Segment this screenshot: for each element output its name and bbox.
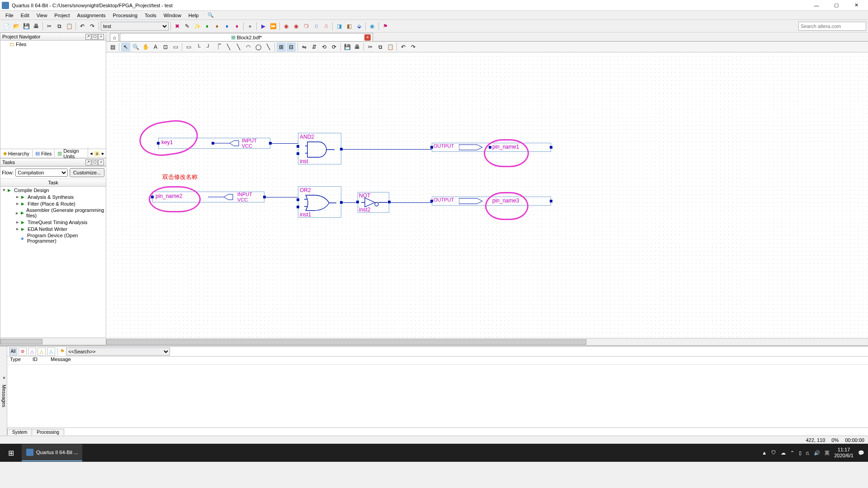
menu-edit[interactable]: Edit <box>17 12 33 19</box>
pane-close-icon[interactable]: × <box>98 34 104 40</box>
flow-select[interactable]: Compilation <box>15 169 68 177</box>
filter-error-icon[interactable]: ⊘ <box>19 347 27 356</box>
pane-undock-icon[interactable]: ↗ <box>85 34 91 40</box>
ed-lib-icon[interactable]: ▤ <box>108 42 117 52</box>
task-eda[interactable]: EDA Netlist Writer <box>28 226 67 232</box>
filter-info-icon[interactable]: △ <box>47 347 55 356</box>
task-timequest[interactable]: TimeQuest Timing Analysis <box>28 220 87 225</box>
tasks-scrollbar[interactable] <box>0 338 106 345</box>
clock2-icon[interactable]: ◉ <box>292 22 301 31</box>
ed-copy-icon[interactable]: ⧉ <box>376 42 385 52</box>
schematic-canvas[interactable]: key1 INPUT VCC AND2 inst OUTPUT pin_name… <box>106 52 868 338</box>
menu-view[interactable]: View <box>33 12 51 19</box>
tray-notifications-icon[interactable]: 💬 <box>858 450 864 456</box>
tasks-pin-icon[interactable]: ▢ <box>92 160 98 165</box>
tray-clock[interactable]: 11:17 2020/6/1 <box>834 447 854 459</box>
ed-save-icon[interactable]: 💾 <box>343 42 352 52</box>
menu-file[interactable]: File <box>2 12 17 19</box>
task-analysis[interactable]: Analysis & Synthesis <box>28 194 74 200</box>
wire[interactable] <box>264 197 298 197</box>
taskbar-app[interactable]: Quartus II 64-Bit ... <box>22 444 82 461</box>
ed-block-icon[interactable]: ▭ <box>171 42 180 52</box>
ed-rect-icon[interactable]: ▭ <box>184 42 193 52</box>
pane-pin-icon[interactable]: ▢ <box>92 34 98 40</box>
tray-volume-icon[interactable]: 🔊 <box>814 450 820 456</box>
wire[interactable] <box>270 143 298 144</box>
gear2-icon[interactable]: ♦ <box>222 22 231 31</box>
handle[interactable] <box>297 198 299 201</box>
messages-body[interactable] <box>7 365 868 427</box>
home-tab[interactable]: ⌂ <box>110 33 119 41</box>
flag-icon[interactable]: ⚑ <box>381 22 390 31</box>
ed-symbol-icon[interactable]: ⊡ <box>161 42 170 52</box>
tray-wifi-icon[interactable]: ⎌ <box>806 450 809 455</box>
task-list[interactable]: ▾▶Compile Design ▸▶Analysis & Synthesis … <box>0 187 106 338</box>
ff-icon[interactable]: ⏩ <box>269 22 278 31</box>
menu-processing[interactable]: Processing <box>109 12 141 19</box>
tray-sync-icon[interactable]: ☁ <box>781 450 786 456</box>
check-icon[interactable]: ♦ <box>203 22 212 31</box>
tasks-close-icon[interactable]: × <box>98 160 104 165</box>
chip2-icon[interactable]: ◧ <box>344 22 354 31</box>
handle[interactable] <box>550 200 552 202</box>
ed-print-icon[interactable]: 🖶 <box>353 42 362 52</box>
ed-orthbus-icon[interactable]: ┘ <box>204 42 213 52</box>
col-message[interactable]: Message <box>51 357 71 364</box>
ed-text-icon[interactable]: A <box>151 42 160 52</box>
tab-block2[interactable]: ▦ Block2.bdf* × <box>120 33 373 41</box>
msg-tab-system[interactable]: System <box>7 429 32 435</box>
customize-button[interactable]: Customize... <box>70 168 104 177</box>
ed-line-icon[interactable]: ╲ <box>264 42 273 52</box>
ed-paste-icon[interactable]: 📋 <box>386 42 395 52</box>
save-icon[interactable]: 💾 <box>22 22 31 31</box>
tray-shield-icon[interactable]: ⛉ <box>771 450 776 455</box>
wave-icon[interactable]: ⎍ <box>311 22 321 31</box>
task-fitter[interactable]: Fitter (Place & Route) <box>28 201 75 206</box>
start-button[interactable]: ⊞ <box>0 444 22 462</box>
ed-pointer-icon[interactable]: ↖ <box>121 42 130 52</box>
ed-zoom-icon[interactable]: 🔍 <box>131 42 140 52</box>
gear-icon[interactable]: ♦ <box>212 22 222 31</box>
new-icon[interactable]: 📄 <box>2 22 11 31</box>
wire[interactable] <box>389 202 432 203</box>
wand2-icon[interactable]: ✨ <box>193 22 202 31</box>
print-icon[interactable]: 🖶 <box>32 22 41 31</box>
ed-conduit-icon[interactable]: ⎾ <box>214 42 223 52</box>
tab-menu-icon[interactable]: ≡ <box>94 151 100 156</box>
ed-orthline-icon[interactable]: └ <box>194 42 203 52</box>
copy-icon[interactable]: ⧉ <box>55 22 64 31</box>
task-compile[interactable]: Compile Design <box>14 188 49 193</box>
wand-icon[interactable]: ✎ <box>183 22 192 31</box>
ed-rotate-l-icon[interactable]: ⟲ <box>320 42 329 52</box>
stop-icon[interactable]: ● <box>245 22 255 31</box>
tray-battery-icon[interactable]: ▯ <box>799 450 802 456</box>
ed-oval-icon[interactable]: ◯ <box>254 42 263 52</box>
msg-tab-processing[interactable]: Processing <box>32 429 64 435</box>
clock3-icon[interactable]: ❍ <box>302 22 311 31</box>
col-id[interactable]: ID <box>33 357 51 364</box>
open-icon[interactable]: 📂 <box>12 22 21 31</box>
handle[interactable] <box>356 201 359 203</box>
menu-window[interactable]: Window <box>160 12 185 19</box>
task-programmer[interactable]: Program Device (Open Programmer) <box>27 233 105 244</box>
tab-close-icon[interactable]: × <box>364 34 371 41</box>
ed-arc-icon[interactable]: ◠ <box>244 42 253 52</box>
tab-next-icon[interactable]: ▸ <box>100 150 106 156</box>
menu-tools[interactable]: Tools <box>141 12 160 19</box>
files-node[interactable]: 🗀 Files <box>0 41 106 48</box>
wire[interactable] <box>341 149 432 150</box>
paste-icon[interactable]: 📋 <box>65 22 74 31</box>
tab-files[interactable]: ▤Files <box>33 150 55 157</box>
filter-all[interactable]: All <box>9 347 17 356</box>
handle[interactable] <box>297 206 299 208</box>
menu-assignments[interactable]: Assignments <box>74 12 109 19</box>
project-tree[interactable]: 🗀 Files <box>0 41 106 149</box>
ed-cut-icon[interactable]: ✂ <box>366 42 375 52</box>
undo-icon[interactable]: ↶ <box>78 22 87 31</box>
chip3-icon[interactable]: ⬙ <box>354 22 363 31</box>
ed-flip-v-icon[interactable]: ⇵ <box>310 42 319 52</box>
ed-diagbus-icon[interactable]: ╲ <box>234 42 243 52</box>
tasks-undock-icon[interactable]: ↗ <box>85 160 91 165</box>
tray-bluetooth-icon[interactable]: ⌃ <box>790 450 794 456</box>
help-search-icon[interactable]: 🔍 <box>204 11 217 19</box>
